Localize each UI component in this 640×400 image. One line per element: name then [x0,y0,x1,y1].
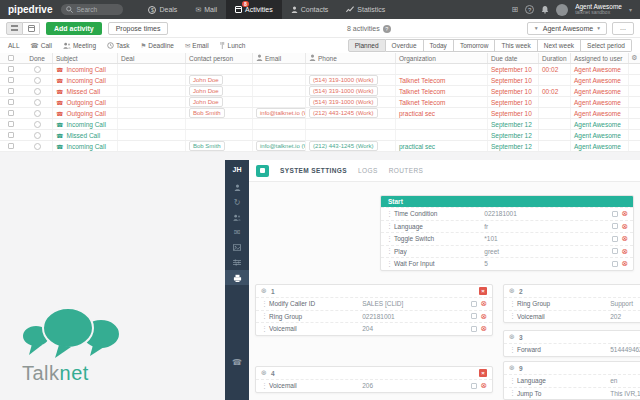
delete-icon[interactable]: ⊗ [621,260,628,267]
type-filter-email[interactable]: ✉Email [185,42,209,50]
calendar-view-toggle[interactable] [23,22,40,35]
propose-times-button[interactable]: Propose times [108,22,169,35]
drag-handle-icon[interactable]: ⋮ [509,377,517,385]
close-panel-icon[interactable]: × [479,287,487,295]
help-circle-icon[interactable]: ? [383,25,391,33]
activity-row[interactable]: ☎Missed CallJohn Doe(514) 319-1000 (Work… [0,86,640,97]
period-tab-planned[interactable]: Planned [348,39,386,52]
overlay-tab-routers[interactable]: ROUTERS [389,167,424,174]
delete-icon[interactable]: ⊗ [621,210,628,217]
row-checkbox[interactable] [8,110,14,116]
mail-icon[interactable]: ✉ [225,225,249,240]
period-tab-today[interactable]: Today [424,39,454,52]
type-filter-meeting[interactable]: Meeting [63,42,96,49]
contact-chip[interactable]: John Doe [189,97,223,107]
mark-done-toggle[interactable] [34,88,41,95]
mark-done-toggle[interactable] [34,110,41,117]
tools-icon[interactable] [225,270,249,285]
activity-row[interactable]: ☎Incoming CallSeptember 1000:02Agent Awe… [0,64,640,75]
drag-handle-icon[interactable]: ⋮ [261,382,269,390]
team-icon[interactable] [225,210,249,225]
drag-handle-icon[interactable]: ⋮ [386,222,394,230]
search-input[interactable]: Search [61,4,123,15]
notifications-bell-icon[interactable] [541,5,549,14]
period-tab-overdue[interactable]: Overdue [386,39,424,52]
delete-icon[interactable]: ⊗ [621,223,628,230]
edit-icon[interactable] [612,248,618,254]
activity-row[interactable]: ☎Incoming CallBob Smithinfo@talknet.io (… [0,141,640,152]
edit-icon[interactable] [612,223,618,229]
column-header-subject[interactable]: Subject [52,53,117,63]
contact-chip[interactable]: Bob Smith [189,141,225,151]
period-tab-next-week[interactable]: Next week [538,39,581,52]
row-checkbox[interactable] [8,66,14,72]
activity-row[interactable]: ☎Incoming CallSeptember 12Agent Awesome [0,119,640,130]
menu-grid-button[interactable] [256,165,269,177]
quick-add-icon[interactable]: ⊞ [511,5,518,14]
sliders-icon[interactable] [225,255,249,270]
column-header-assigned-to-user[interactable]: Assigned to user [570,53,628,63]
drag-handle-icon[interactable]: ⋮ [509,312,517,320]
more-options-button[interactable]: ... [612,22,634,35]
delete-icon[interactable]: ⊗ [480,313,487,320]
row-checkbox[interactable] [8,143,14,149]
drag-handle-icon[interactable]: ⋮ [509,346,517,354]
gallery-icon[interactable] [225,240,249,255]
column-header-organization[interactable]: Organization [395,53,487,63]
row-checkbox[interactable] [8,132,14,138]
phone-icon[interactable]: ☎ [225,355,249,370]
column-header-email[interactable]: Email [252,53,305,63]
drag-handle-icon[interactable]: ⋮ [386,210,394,218]
mark-done-toggle[interactable] [34,66,41,73]
delete-icon[interactable]: ⊗ [480,382,487,389]
delete-icon[interactable]: ⊗ [621,248,628,255]
mark-done-toggle[interactable] [34,77,41,84]
mark-done-toggle[interactable] [34,121,41,128]
drag-handle-icon[interactable]: ⋮ [509,300,517,308]
column-header-phone[interactable]: Phone [305,53,395,63]
email-chip[interactable]: info@talknet.io (Work) [256,108,305,118]
type-filter-task[interactable]: Task [107,42,129,49]
type-filter-deadline[interactable]: ⚑Deadline [140,42,174,50]
phone-chip[interactable]: (212) 443-1245 (Work) [309,141,378,151]
edit-icon[interactable] [471,383,477,389]
drag-handle-icon[interactable]: ⋮ [509,389,517,397]
mark-done-toggle[interactable] [34,132,41,139]
period-tab-select-period[interactable]: Select period [581,39,632,52]
row-checkbox[interactable] [8,88,14,94]
nav-item-mail[interactable]: ✉Mail [186,0,226,19]
column-header-deal[interactable]: Deal [117,53,185,63]
list-view-toggle[interactable] [6,22,23,35]
edit-icon[interactable] [471,326,477,332]
refresh-icon[interactable]: ↻ [225,195,249,210]
row-checkbox[interactable] [8,121,14,127]
row-checkbox[interactable] [8,99,14,105]
drag-handle-icon[interactable]: ⋮ [386,247,394,255]
contact-chip[interactable]: John Doe [189,75,223,85]
drag-handle-icon[interactable]: ⋮ [386,235,394,243]
edit-icon[interactable] [612,261,618,267]
type-filter-all[interactable]: ALL [8,42,20,49]
type-filter-lunch[interactable]: Lunch [220,42,246,49]
add-activity-button[interactable]: Add activity [46,22,102,35]
drag-handle-icon[interactable]: ⋮ [386,260,394,268]
close-panel-icon[interactable]: × [479,369,487,377]
activity-row[interactable]: ☎Incoming CallJohn Doe(514) 319-1000 (Wo… [0,75,640,86]
drag-handle-icon[interactable]: ⋮ [261,325,269,333]
user-avatar[interactable] [556,4,568,16]
help-icon[interactable]: ? [525,5,534,14]
type-filter-call[interactable]: ☎Call [31,42,52,50]
nav-item-statistics[interactable]: Statistics [337,0,394,19]
owner-filter-dropdown[interactable]: ▼ Agent Awesome ▾ [527,22,607,35]
mark-done-toggle[interactable] [34,99,41,106]
contact-chip[interactable]: Bob Smith [189,108,225,118]
period-tab-this-week[interactable]: This week [495,39,537,52]
mark-done-toggle[interactable] [34,143,41,150]
drag-handle-icon[interactable]: ⋮ [261,300,269,308]
phone-chip[interactable]: (514) 319-1000 (Work) [309,97,378,107]
select-all-checkbox[interactable] [8,55,14,61]
user-menu[interactable]: Agent Awesome talknet sandbox [575,3,622,16]
activity-row[interactable]: ☎Missed CallSeptember 12Agent Awesome [0,130,640,141]
overlay-tab-system-settings[interactable]: SYSTEM SETTINGS [280,167,347,174]
overlay-user-initials[interactable]: JH [233,160,242,180]
